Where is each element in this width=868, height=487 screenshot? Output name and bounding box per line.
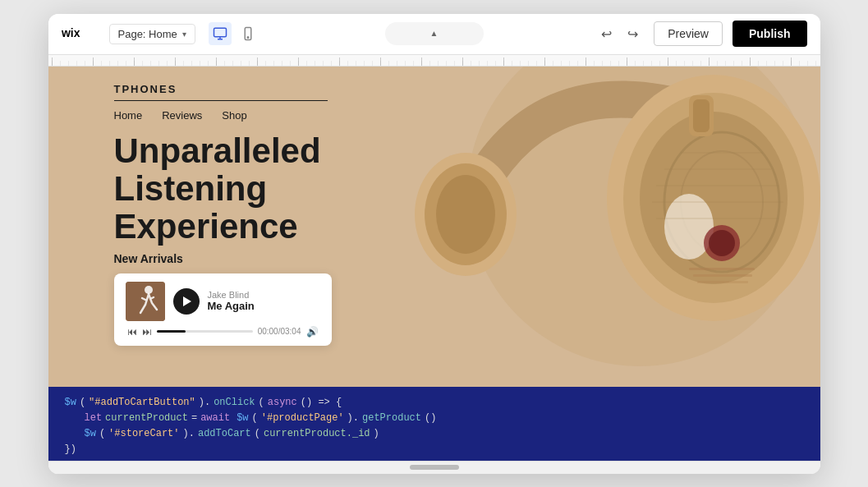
svg-point-14 <box>436 175 495 254</box>
nav-link-shop[interactable]: Shop <box>222 109 246 122</box>
code-plain-7: ( <box>252 411 258 426</box>
site-content: TPHONES Home Reviews Shop Unparalleled L… <box>48 67 820 474</box>
page-selector-label: Page: Home <box>118 28 177 40</box>
music-player: Jake Blind Me Again ⏮ ⏭ <box>114 273 332 346</box>
time-total: 03:04 <box>280 327 301 336</box>
music-player-top: Jake Blind Me Again <box>126 282 320 321</box>
music-info: Jake Blind Me Again <box>208 290 320 312</box>
music-controls: ⏮ ⏭ 00:00/03:04 🔊 <box>126 326 320 338</box>
scroll-thumb[interactable] <box>410 465 459 470</box>
time-current: 00:00 <box>258 327 278 336</box>
code-editor-panel[interactable]: $w ( "#addToCartButton" ). onClick ( asy… <box>48 387 820 461</box>
code-string-1: "#addToCartButton" <box>89 395 195 411</box>
redo-button[interactable]: ↪ <box>621 22 644 45</box>
play-button[interactable] <box>173 288 200 315</box>
code-plain-5: = <box>191 411 197 426</box>
topbar: wix Page: Home ▾ <box>48 14 820 55</box>
music-title: Me Again <box>208 300 320 312</box>
svg-point-22 <box>709 230 735 256</box>
code-plain-8: ). <box>347 411 359 426</box>
svg-rect-10 <box>52 55 817 66</box>
code-string-2: '#productPage' <box>261 411 344 426</box>
browser-frame: wix Page: Home ▾ <box>48 14 820 474</box>
code-method-2: getProduct <box>362 411 421 426</box>
code-keyword-3: await <box>200 411 230 426</box>
code-method-3: addToCart <box>198 426 251 442</box>
publish-button[interactable]: Publish <box>733 21 807 47</box>
code-method-1: onClick <box>214 395 255 411</box>
code-keyword-1: async <box>268 395 297 411</box>
new-arrivals-label: New Arrivals <box>114 252 332 265</box>
desktop-icon[interactable] <box>209 22 232 45</box>
url-chevron-icon: ▲ <box>430 29 439 38</box>
code-line-2: let currentProduct = await $w ( '#produc… <box>85 411 804 426</box>
code-plain-11: ). <box>183 426 195 442</box>
code-plain-2: ). <box>199 395 210 411</box>
preview-button[interactable]: Preview <box>654 21 723 46</box>
code-selector: $w <box>65 395 76 411</box>
site-nav: TPHONES Home Reviews Shop <box>48 67 820 122</box>
code-plain-4: () => { <box>301 395 342 411</box>
code-keyword-2: let <box>85 411 103 426</box>
svg-rect-28 <box>689 268 755 270</box>
code-plain-3: ( <box>259 395 264 411</box>
code-line-1: $w ( "#addToCartButton" ). onClick ( asy… <box>65 395 804 411</box>
play-icon <box>183 296 191 306</box>
music-artist: Jake Blind <box>208 290 320 300</box>
skip-forward-button[interactable]: ⏭ <box>142 326 152 338</box>
progress-fill <box>157 330 186 333</box>
code-plain-1: ( <box>80 395 85 411</box>
time-display: 00:00/03:04 <box>258 327 301 336</box>
code-plain-10: ( <box>99 426 105 442</box>
code-line-4: }) <box>65 442 804 457</box>
hero-title-line1: Unparalleled <box>114 131 321 170</box>
code-string-3: '#storeCart' <box>108 426 179 442</box>
nav-links: Home Reviews Shop <box>114 109 755 122</box>
code-plain-9: () <box>425 411 436 426</box>
code-selector-2: $w <box>237 411 248 426</box>
bottom-scrollbar[interactable] <box>48 461 820 474</box>
svg-point-34 <box>145 286 153 294</box>
ruler <box>48 55 820 67</box>
progress-bar[interactable] <box>157 330 253 333</box>
code-plain-13: ) <box>374 426 379 442</box>
svg-point-5 <box>247 37 249 39</box>
device-icons <box>209 22 259 45</box>
svg-rect-29 <box>693 274 752 277</box>
nav-link-reviews[interactable]: Reviews <box>162 109 202 122</box>
ruler-marks <box>48 55 820 66</box>
code-plain-12: ( <box>255 426 260 442</box>
undo-button[interactable]: ↩ <box>595 22 618 45</box>
code-variable-2: currentProduct._id <box>264 426 370 442</box>
nav-link-home[interactable]: Home <box>114 109 143 122</box>
undo-redo-controls: ↩ ↪ <box>595 22 644 45</box>
mobile-icon[interactable] <box>237 22 259 45</box>
brand-underline <box>114 100 328 101</box>
chevron-down-icon: ▾ <box>182 30 186 39</box>
code-plain-14: }) <box>65 442 76 457</box>
hero-text: Unparalleled Listening Experience <box>114 132 377 246</box>
new-arrivals-section: New Arrivals <box>114 252 332 346</box>
url-bar: ▲ <box>385 22 484 45</box>
wix-logo[interactable]: wix <box>62 25 93 43</box>
svg-text:wix: wix <box>62 26 80 39</box>
page-selector[interactable]: Page: Home ▾ <box>109 24 195 44</box>
code-selector-3: $w <box>85 426 96 442</box>
hero-section: TPHONES Home Reviews Shop Unparalleled L… <box>48 67 820 387</box>
code-variable-1: currentProduct <box>105 411 188 426</box>
svg-rect-1 <box>214 28 226 37</box>
svg-rect-30 <box>697 281 748 283</box>
code-line-3: $w ( '#storeCart' ). addToCart ( current… <box>85 426 804 442</box>
volume-icon[interactable]: 🔊 <box>306 326 319 338</box>
site-brand: TPHONES <box>114 83 755 95</box>
music-thumbnail <box>126 282 165 321</box>
hero-title-line2: Listening Experience <box>114 169 298 246</box>
skip-back-button[interactable]: ⏮ <box>127 326 137 338</box>
hero-title: Unparalleled Listening Experience <box>114 132 377 246</box>
